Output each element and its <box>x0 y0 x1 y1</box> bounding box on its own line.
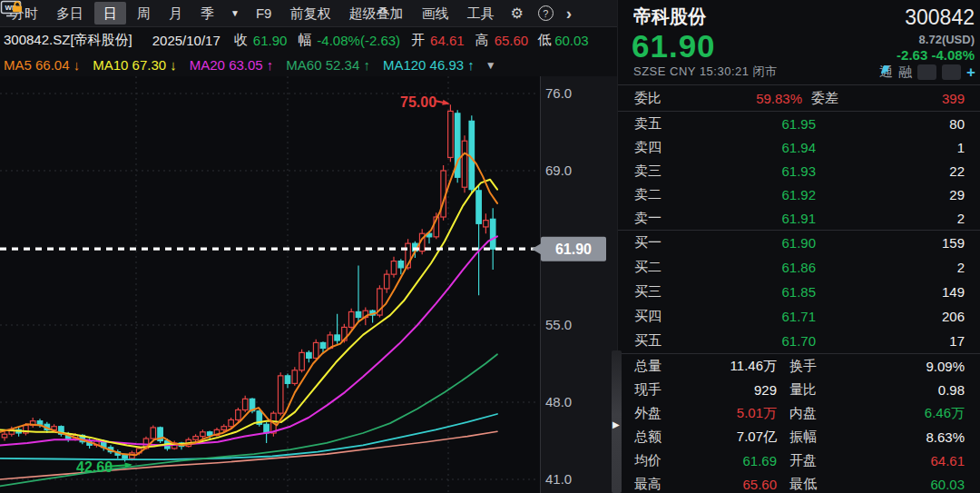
ask-row[interactable]: 卖二61.9229 <box>618 182 980 206</box>
bell-icon <box>879 64 891 75</box>
ma-indicator-bar: MA5 66.04 ↓MA10 67.30 ↓MA20 63.05 ↑MA60 … <box>0 53 617 77</box>
last-price: 61.90 <box>632 28 716 64</box>
bid-row[interactable]: 买五61.7017 <box>618 329 980 353</box>
ask-row[interactable]: 卖五61.9580 <box>618 112 980 135</box>
toolbar-item-超级叠加[interactable]: 超级叠加 <box>339 0 412 26</box>
stat-value: 65.60 <box>691 477 777 492</box>
bid-row[interactable]: 买三61.85149 <box>618 280 980 304</box>
stat-value: 6.46万 <box>846 405 965 422</box>
panel-splitter[interactable]: ▶ <box>612 350 622 493</box>
level-price[interactable]: 61.91 <box>689 211 816 226</box>
edit-button[interactable] <box>917 64 936 80</box>
expand-arrow-icon[interactable]: ▶ <box>612 419 620 429</box>
toolbar-item-工具[interactable]: 工具 <box>457 0 503 26</box>
kline-chart[interactable]: 76.069.055.048.041.061.9075.0042.60 <box>0 76 617 493</box>
kline-chart-area[interactable]: 76.069.055.048.041.061.9075.0042.60 <box>0 76 617 493</box>
stat-value: 64.61 <box>846 453 965 468</box>
stat-value: 8.63% <box>846 429 965 445</box>
help-icon[interactable]: ? <box>538 5 554 21</box>
bid-row[interactable]: 买一61.90159 <box>618 231 980 255</box>
level-label: 卖一 <box>634 210 689 227</box>
info-segment: 300842.SZ[帝科股份] <box>4 32 132 49</box>
gear-icon[interactable]: ⚙ <box>503 5 530 22</box>
bid-queue: 买一61.90159买二61.862买三61.85149买四61.71206买五… <box>618 231 980 354</box>
level-price[interactable]: 61.94 <box>689 140 816 155</box>
market-status: SZSE CNY 15:30:21 闭市 <box>633 64 778 80</box>
level-price[interactable]: 61.85 <box>689 284 816 300</box>
level-price[interactable]: 61.93 <box>689 163 816 179</box>
toolbar-item-月[interactable]: 月 <box>160 0 191 26</box>
stats-row: 现手929量比0.98 <box>618 378 980 401</box>
toolbar-item-季[interactable]: 季 <box>191 0 223 26</box>
level-price[interactable]: 61.95 <box>689 116 816 132</box>
toolbar-item-周[interactable]: 周 <box>128 0 160 26</box>
stat-label: 内盘 <box>789 405 846 422</box>
low-value-group: WP60.03 <box>554 33 589 48</box>
level-volume: 80 <box>816 116 965 132</box>
price-tag-notch <box>532 243 542 255</box>
axis-tick: 76.0 <box>545 85 572 101</box>
toolbar-item-日[interactable]: 日 <box>94 2 126 25</box>
stat-value: 7.07亿 <box>691 429 777 446</box>
ask-row[interactable]: 卖四61.941 <box>618 135 980 159</box>
period-dropdown-icon[interactable]: ▼ <box>223 8 247 18</box>
stock-name: 帝科股份 <box>633 5 706 29</box>
stats-section: 总量11.46万换手9.09%现手929量比0.98外盘5.01万内盘6.46万… <box>618 354 980 493</box>
level-price[interactable]: 61.90 <box>689 235 816 251</box>
info-segment: 高 <box>475 32 489 49</box>
level-price[interactable]: 61.92 <box>689 187 816 202</box>
level-label: 卖四 <box>634 139 689 156</box>
info-segment: 61.90 <box>253 33 288 48</box>
quote-panel: 帝科股份 300842 61.90 8.72(USD) -2.63 -4.08%… <box>617 0 980 493</box>
stock-terminal-window: 分时多日日周月季▼F9前复权超级叠加画线工具⚙?› 300842.SZ[帝科股份… <box>0 0 980 493</box>
info-segment: 2025/10/17 <box>152 33 220 48</box>
level-volume: 206 <box>816 309 965 324</box>
ma-item-ma20: MA20 63.05 ↑ <box>190 57 274 73</box>
stat-value: 5.01万 <box>691 405 777 422</box>
toolbar-item-F9[interactable]: F9 <box>247 0 281 26</box>
level-label: 卖三 <box>634 163 689 180</box>
ask-row[interactable]: 卖一61.912 <box>618 206 980 230</box>
level-price[interactable]: 61.71 <box>689 309 816 324</box>
period-toolbar: 分时多日日周月季▼F9前复权超级叠加画线工具⚙?› <box>0 0 617 27</box>
ask-row[interactable]: 卖三61.9322 <box>618 159 980 182</box>
toolbar-item-前复权[interactable]: 前复权 <box>280 0 339 26</box>
ma-line-ma10 <box>0 180 497 448</box>
collapse-indicator-icon[interactable]: ▼ <box>485 59 496 72</box>
bid-row[interactable]: 买四61.71206 <box>618 304 980 329</box>
stats-row: 最高65.60最低60.03 <box>618 472 980 493</box>
level-volume: 17 <box>816 333 965 349</box>
level-label: 买四 <box>634 308 689 325</box>
toolbar-item-多日[interactable]: 多日 <box>47 0 93 26</box>
ma-item-ma120: MA120 46.93 ↑ <box>383 57 475 73</box>
stat-label: 最高 <box>634 476 691 493</box>
info-segment: 64.61 <box>430 33 465 48</box>
weibi-label: 委比 <box>634 90 689 107</box>
stat-value: 9.09% <box>846 359 965 374</box>
axis-tick: 41.0 <box>545 471 572 487</box>
stats-row: 外盘5.01万内盘6.46万 <box>618 401 980 425</box>
chevron-right-icon[interactable]: › <box>561 1 577 25</box>
ma-item-ma60: MA60 52.34 ↑ <box>286 57 370 73</box>
ma-item-ma10: MA10 67.30 ↓ <box>93 57 177 73</box>
stat-label: 开盘 <box>789 452 846 469</box>
add-watchlist-button[interactable]: + <box>966 64 975 80</box>
toolbar-item-画线[interactable]: 画线 <box>412 0 457 26</box>
level-volume: 2 <box>816 211 965 226</box>
stat-label: 现手 <box>634 381 691 399</box>
axis-tick: 48.0 <box>545 394 572 409</box>
price-change: -2.63 -4.08% <box>897 47 975 63</box>
ma-item-ma5: MA5 66.04 ↓ <box>4 57 80 73</box>
level-price[interactable]: 61.86 <box>689 260 816 275</box>
alert-button[interactable] <box>942 64 961 80</box>
stat-label: 总量 <box>634 358 691 375</box>
level-price[interactable]: 61.70 <box>689 333 816 349</box>
quote-actions: 通融+ <box>879 64 975 81</box>
level-volume: 29 <box>816 187 965 202</box>
weibi-row: 委比59.83%委差399 <box>618 85 980 112</box>
stats-row: 总量11.46万换手9.09% <box>618 354 980 378</box>
bid-row[interactable]: 买二61.862 <box>618 255 980 280</box>
axis-tick: 69.0 <box>545 163 572 178</box>
ma-line-ma60 <box>0 354 497 486</box>
info-segment: 开 <box>411 32 425 49</box>
